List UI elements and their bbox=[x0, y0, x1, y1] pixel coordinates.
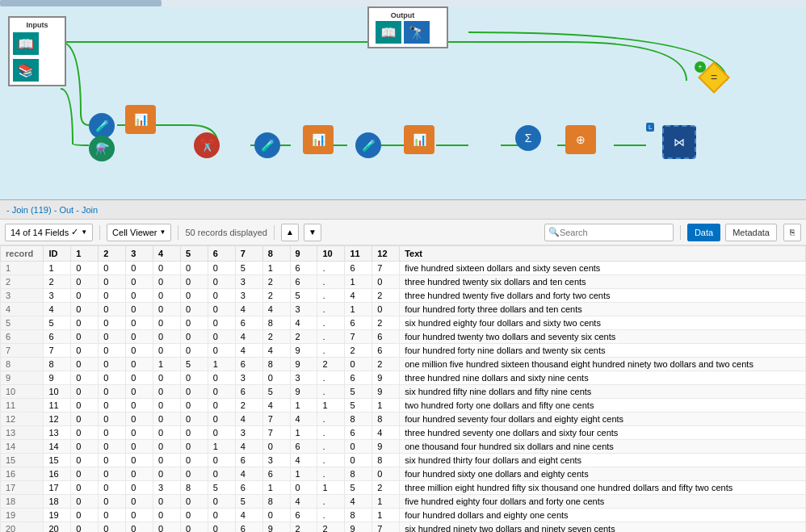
col-header-3[interactable]: 3 bbox=[126, 246, 153, 262]
table-cell: three hundred seventy one dollars and si… bbox=[400, 426, 806, 440]
table-cell: four hundred twenty two dollars and seve… bbox=[400, 330, 806, 344]
col-header-11[interactable]: 11 bbox=[345, 246, 372, 262]
table-row[interactable]: 1313000000371.64three hundred seventy on… bbox=[1, 426, 806, 440]
table-row[interactable]: 99000000303.69three hundred nine dollars… bbox=[1, 371, 806, 385]
table-body: 11000000516.67five hundred sixteen dolla… bbox=[1, 262, 806, 533]
output-book-icon: 📖 bbox=[376, 21, 401, 44]
table-cell: 0 bbox=[262, 371, 290, 385]
data-table-wrap[interactable]: recordID123456789101112Text 11000000516.… bbox=[0, 245, 806, 532]
table-node-2[interactable]: 📊 bbox=[303, 125, 334, 154]
table-cell: 0 bbox=[372, 275, 400, 289]
table-cell: 4 bbox=[262, 399, 290, 413]
table-cell: 9 bbox=[262, 522, 290, 533]
table-row[interactable]: 1818000000584.41five hundred eighty four… bbox=[1, 495, 806, 509]
table-row[interactable]: 1010000000659.59six hundred fifty nine d… bbox=[1, 385, 806, 399]
copy-button[interactable]: ⎘ bbox=[783, 224, 801, 241]
table-row[interactable]: 33000000325.42three hundred twenty five … bbox=[1, 289, 806, 303]
table-cell: 2 bbox=[372, 289, 400, 303]
toolbar-separator-2 bbox=[178, 225, 178, 240]
table-row[interactable]: 1111000000241151two hundred forty one do… bbox=[1, 399, 806, 413]
table-cell: 3 bbox=[44, 289, 71, 303]
col-header-12[interactable]: 12 bbox=[372, 246, 400, 262]
col-header-text[interactable]: Text bbox=[400, 246, 806, 262]
table-cell: 4 bbox=[290, 316, 317, 330]
col-header-7[interactable]: 7 bbox=[235, 246, 262, 262]
table-cell: 0 bbox=[126, 495, 153, 509]
table-cell: 2 bbox=[262, 330, 290, 344]
metadata-tab[interactable]: Metadata bbox=[725, 224, 777, 241]
col-header-4[interactable]: 4 bbox=[153, 246, 181, 262]
formula-node-2[interactable]: 🧪 bbox=[254, 132, 280, 158]
table-cell: 7 bbox=[262, 426, 290, 440]
table-node-3[interactable]: 📊 bbox=[404, 125, 434, 154]
table-row[interactable]: 1515000000634.08six hundred thirty four … bbox=[1, 454, 806, 467]
col-header-2[interactable]: 2 bbox=[99, 246, 126, 262]
table-row[interactable]: 11000000516.67five hundred sixteen dolla… bbox=[1, 262, 806, 275]
table-row[interactable]: 2020000000692297six hundred ninety two d… bbox=[1, 522, 806, 533]
table-cell: 0 bbox=[99, 303, 126, 316]
col-header-record[interactable]: record bbox=[1, 246, 44, 262]
formula-node-3[interactable]: 🧪 bbox=[355, 132, 381, 158]
col-header-5[interactable]: 5 bbox=[180, 246, 208, 262]
table-cell: 11 bbox=[1, 399, 44, 413]
search-box[interactable]: 🔍 bbox=[544, 224, 674, 241]
table-cell: 0 bbox=[153, 330, 181, 344]
col-header-10[interactable]: 10 bbox=[317, 246, 345, 262]
table-cell: 0 bbox=[153, 399, 181, 413]
table-row[interactable]: 77000000449.26four hundred forty nine do… bbox=[1, 344, 806, 358]
table-cell: 1 bbox=[262, 481, 290, 495]
table-cell: 0 bbox=[180, 454, 208, 467]
col-header-1[interactable]: 1 bbox=[71, 246, 99, 262]
col-header-9[interactable]: 9 bbox=[290, 246, 317, 262]
select-node-1[interactable]: ✂️ bbox=[194, 132, 220, 158]
fields-dropdown[interactable]: 14 of 14 Fields ✓ ▼ bbox=[5, 224, 93, 241]
table-cell: 1 bbox=[262, 262, 290, 275]
union-node[interactable]: ⊕ bbox=[565, 125, 596, 154]
table-cell: 6 bbox=[44, 330, 71, 344]
summarize-node[interactable]: Σ bbox=[515, 125, 541, 151]
sort-desc-button[interactable]: ▼ bbox=[304, 224, 321, 241]
table-cell: 0 bbox=[71, 413, 99, 426]
table-cell: 0 bbox=[345, 358, 372, 371]
table-cell: 0 bbox=[208, 467, 235, 481]
table-cell: 1 bbox=[208, 440, 235, 454]
table-row[interactable]: 66000000422.76four hundred twenty two do… bbox=[1, 330, 806, 344]
table-row[interactable]: 1717000385610152three million eight hund… bbox=[1, 481, 806, 495]
data-tab[interactable]: Data bbox=[687, 224, 720, 241]
col-header-id[interactable]: ID bbox=[44, 246, 71, 262]
table-cell: 0 bbox=[153, 522, 181, 533]
table-row[interactable]: 1919000000406.81four hundred dollars and… bbox=[1, 509, 806, 522]
join-node[interactable]: ⋈ bbox=[662, 125, 696, 159]
table-row[interactable]: 88000151689202one million five hundred s… bbox=[1, 358, 806, 371]
table-row[interactable]: 55000000684.62six hundred eighty four do… bbox=[1, 316, 806, 330]
table-cell: 0 bbox=[71, 426, 99, 440]
sort-asc-button[interactable]: ▲ bbox=[281, 224, 299, 241]
col-header-6[interactable]: 6 bbox=[208, 246, 235, 262]
table-cell: one thousand four hundred six dollars an… bbox=[400, 440, 806, 454]
viewer-dropdown[interactable]: Cell Viewer ▼ bbox=[107, 224, 171, 241]
table-row[interactable]: 44000000443.10four hundred forty three d… bbox=[1, 303, 806, 316]
table-cell: 0 bbox=[126, 440, 153, 454]
search-input[interactable] bbox=[560, 228, 665, 237]
table-row[interactable]: 1414000001406.09one thousand four hundre… bbox=[1, 440, 806, 454]
output-node[interactable]: Output 📖 🔭 bbox=[367, 6, 448, 48]
table-row[interactable]: 1212000000474.88four hundred seventy fou… bbox=[1, 413, 806, 426]
table-cell: 0 bbox=[180, 399, 208, 413]
table-cell: five hundred eighty four dollars and for… bbox=[400, 495, 806, 509]
canvas-scrollbar[interactable] bbox=[0, 0, 806, 6]
table-cell: 0 bbox=[180, 440, 208, 454]
table-cell: 0 bbox=[345, 440, 372, 454]
prep-node[interactable]: ⚗️ bbox=[89, 136, 115, 161]
table-cell: . bbox=[317, 262, 345, 275]
table-cell: 5 bbox=[262, 385, 290, 399]
table-cell: 0 bbox=[290, 481, 317, 495]
inputs-node[interactable]: Inputs 📖 📚 bbox=[8, 16, 66, 86]
col-header-8[interactable]: 8 bbox=[262, 246, 290, 262]
table-cell: 0 bbox=[126, 385, 153, 399]
table-node-1[interactable]: 📊 bbox=[125, 105, 156, 134]
table-cell: 4 bbox=[262, 303, 290, 316]
table-row[interactable]: 1616000000461.80four hundred sixty one d… bbox=[1, 467, 806, 481]
table-cell: 0 bbox=[99, 289, 126, 303]
table-cell: 0 bbox=[208, 303, 235, 316]
table-row[interactable]: 22000000326.10three hundred twenty six d… bbox=[1, 275, 806, 289]
